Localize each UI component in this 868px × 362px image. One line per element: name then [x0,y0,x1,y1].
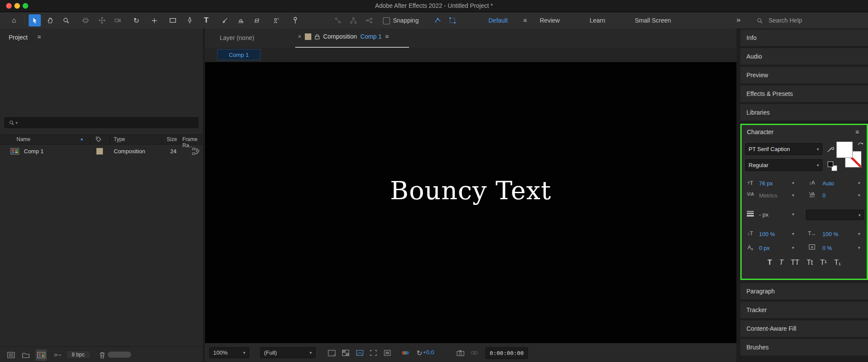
baseline-shift-chevron[interactable]: ▾ [792,245,794,250]
search-help-icon[interactable] [754,15,766,27]
layer-tab[interactable]: Layer (none) [220,34,254,41]
tsume-value[interactable]: 0 % [822,245,832,251]
rotation-tool[interactable]: ↻ [130,14,142,26]
kerning-value[interactable]: Metrics [759,192,777,199]
close-tab-icon[interactable]: × [298,33,301,40]
baseline-shift-value[interactable]: 0 px [759,245,770,251]
snap-beyond-edges-button[interactable] [447,15,458,26]
local-axis-mode-button[interactable] [332,14,344,26]
composition-tab[interactable]: × Composition Comp 1 ≡ [298,33,389,40]
snapshot-camera-icon[interactable] [455,348,465,358]
horizontal-scale-chevron[interactable]: ▾ [858,231,860,236]
timecode-display[interactable]: 0:00:00:00 [485,347,528,359]
font-family-dropdown[interactable]: PT Serif Caption▾ [745,143,822,155]
project-row-comp1[interactable]: Comp 1 Composition 24 [0,146,203,157]
show-snapshot-icon[interactable] [469,348,479,358]
column-name[interactable]: Name [17,136,30,142]
workspace-tab-learn[interactable]: Learn [590,17,605,24]
trash-icon[interactable] [96,349,108,361]
channel-rgb-icon[interactable] [400,348,411,358]
project-search-input[interactable]: ▾ [4,117,198,128]
sidebar-panel-paragraph[interactable]: Paragraph [740,283,868,299]
new-folder-icon[interactable] [20,349,31,361]
label-color-swatch[interactable] [96,148,103,155]
rectangle-tool[interactable] [167,14,179,26]
font-style-dropdown[interactable]: Regular▾ [745,159,822,171]
type-tool[interactable]: T [200,14,212,26]
stroke-width-value[interactable]: - px [759,211,769,218]
world-axis-mode-button[interactable] [347,14,360,26]
pen-tool[interactable] [184,14,196,26]
clone-stamp-tool[interactable] [234,14,247,26]
character-panel-title[interactable]: Character [747,128,773,135]
font-size-chevron[interactable]: ▾ [792,181,794,185]
brush-tool[interactable] [218,14,231,26]
sidebar-panel-preview[interactable]: Preview [740,67,868,83]
column-size[interactable]: Size [167,136,177,142]
stroke-width-chevron[interactable]: ▾ [792,212,794,217]
stroke-style-dropdown[interactable]: ▾ [806,210,864,220]
tracking-value[interactable]: 0 [822,192,825,199]
kerning-chevron[interactable]: ▾ [792,193,794,197]
all-caps-toggle[interactable]: TT [791,259,799,267]
new-composition-icon[interactable] [36,349,47,361]
transparency-grid-icon[interactable] [340,348,351,358]
subscript-toggle[interactable]: T₁ [834,259,841,267]
dolly-camera-tool[interactable] [112,14,124,26]
sidebar-panel-brushes[interactable]: Brushes [740,339,868,355]
workspace-tab-review[interactable]: Review [540,17,560,24]
font-size-value[interactable]: 76 px [759,180,773,187]
sidebar-panel-audio[interactable]: Audio [740,48,868,65]
list-view-icon[interactable] [5,349,17,361]
project-panel-tab[interactable]: Project [9,34,28,41]
orbit-camera-tool[interactable] [79,14,92,26]
mask-visibility-icon[interactable] [354,348,365,358]
roto-brush-tool[interactable] [270,14,282,26]
sort-ascending-icon[interactable]: ▲ [80,137,84,141]
faux-italic-toggle[interactable]: T [779,259,783,267]
vertical-scale-value[interactable]: 100 % [759,231,775,237]
snap-along-edges-button[interactable] [432,15,443,26]
sidebar-panel-content-aware-fill[interactable]: Content-Aware Fill [740,320,868,337]
label-column-icon[interactable] [96,136,102,142]
search-help-input[interactable]: Search Help [769,17,802,24]
eraser-tool[interactable] [251,14,263,26]
eyedropper-icon[interactable] [827,145,835,153]
tab-label-swatch[interactable] [305,33,311,40]
exposure-icon[interactable] [382,348,393,358]
fill-color-swatch[interactable] [836,142,853,158]
tsume-chevron[interactable]: ▾ [858,245,860,250]
swap-fill-stroke-icon[interactable] [857,141,864,147]
tracking-chevron[interactable]: ▾ [858,193,860,197]
sidebar-panel-tracker[interactable]: Tracker [740,302,868,318]
snapping-checkbox[interactable] [383,17,390,24]
magnification-dropdown[interactable]: 100%▾ [209,347,249,358]
superscript-toggle[interactable]: T¹ [820,259,827,267]
character-panel-menu-icon[interactable]: ≡ [855,128,859,135]
interpret-footage-icon[interactable] [52,349,63,361]
lock-icon[interactable] [315,34,320,39]
default-fill-stroke-icon[interactable] [828,161,838,172]
resolution-dropdown[interactable]: (Full)▾ [260,347,316,358]
faux-bold-toggle[interactable]: T [768,259,772,267]
sidebar-panel-libraries[interactable]: Libraries [740,104,868,121]
zoom-tool[interactable] [60,14,72,26]
sidebar-panel-info[interactable]: Info [740,30,868,46]
project-panel-menu-icon[interactable]: ≡ [37,33,41,40]
leading-value[interactable]: Auto [822,180,834,187]
region-of-interest-icon[interactable] [368,348,379,358]
bit-depth-button[interactable]: 8 bpc [66,350,90,359]
home-button[interactable]: ⌂ [8,14,20,26]
column-type[interactable]: Type [114,136,125,142]
sidebar-panel-effects-presets[interactable]: Effects & Presets [740,86,868,102]
safe-zones-icon[interactable] [327,348,337,358]
composition-canvas[interactable]: Bouncy Text [205,62,736,343]
exposure-offset-value[interactable]: +0,0 [423,349,434,355]
selection-tool[interactable] [29,14,41,26]
comp-mini-tab[interactable]: Comp 1 [217,49,261,60]
vertical-scale-chevron[interactable]: ▾ [792,231,794,236]
more-workspaces-chevron[interactable]: » [736,16,740,24]
pan-camera-tool[interactable] [96,14,108,26]
horizontal-scale-value[interactable]: 100 % [822,231,838,237]
view-axis-mode-button[interactable] [363,14,375,26]
